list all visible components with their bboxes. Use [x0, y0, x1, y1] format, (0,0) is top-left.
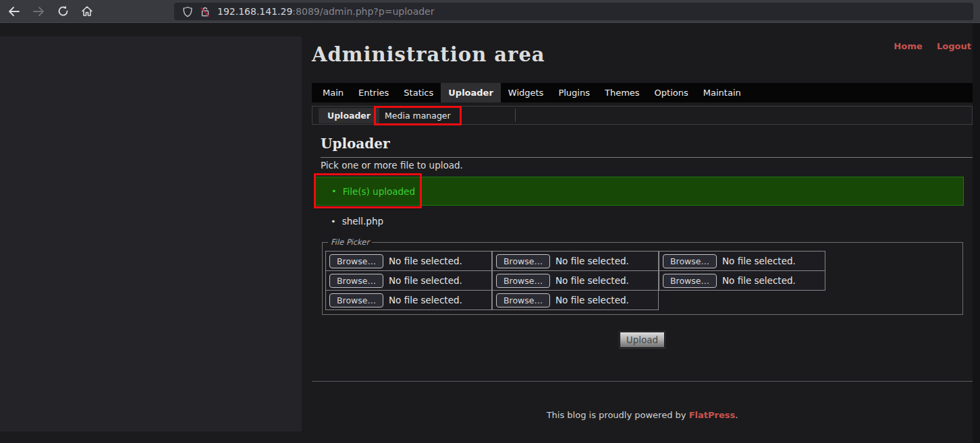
tab-media-manager[interactable]: Media manager: [376, 108, 460, 123]
back-icon: [8, 6, 20, 17]
no-file-label: No file selected.: [555, 275, 629, 286]
nav-item-widgets[interactable]: Widgets: [501, 83, 551, 102]
upload-button-row: Upload: [312, 332, 973, 348]
browse-button[interactable]: Browse…: [496, 293, 550, 307]
forward-icon: [32, 6, 45, 17]
url-host: 192.168.141.29: [217, 6, 292, 17]
home-link[interactable]: Home: [894, 41, 922, 51]
flatpress-link[interactable]: FlatPress: [689, 410, 736, 420]
home-button[interactable]: [77, 2, 97, 21]
tab-uploader[interactable]: Uploader: [319, 108, 379, 123]
sub-nav: Uploader Media manager: [312, 106, 973, 125]
no-file-label: No file selected.: [555, 295, 629, 305]
bullet-icon: •: [331, 216, 336, 227]
no-file-label: No file selected.: [722, 256, 796, 266]
uploaded-file-name: shell.php: [342, 216, 383, 227]
nav-item-entries[interactable]: Entries: [351, 83, 396, 102]
file-input[interactable]: Browse… No file selected.: [659, 270, 825, 291]
file-picker-legend: File Picker: [328, 237, 372, 247]
admin-page: Administration area Home Logout Main Ent…: [312, 23, 973, 443]
browser-toolbar: 192.168.141.29:8089/admin.php?p=uploader: [0, 0, 980, 23]
user-links: Home Logout: [882, 41, 971, 51]
nav-item-statics[interactable]: Statics: [396, 83, 441, 102]
main-nav: Main Entries Statics Uploader Widgets Pl…: [312, 83, 973, 102]
file-input[interactable]: Browse… No file selected.: [492, 251, 659, 271]
no-file-label: No file selected.: [389, 275, 462, 286]
shield-icon[interactable]: [182, 6, 193, 18]
file-picker-column: Browse… No file selected. Browse… No fil…: [659, 251, 825, 310]
page-title: Administration area: [312, 43, 545, 66]
nav-item-main[interactable]: Main: [315, 83, 351, 102]
browse-button[interactable]: Browse…: [496, 274, 550, 288]
back-button[interactable]: [4, 2, 24, 21]
insecure-lock-icon[interactable]: [200, 6, 211, 18]
bullet-icon: •: [331, 186, 337, 196]
file-input[interactable]: Browse… No file selected.: [325, 251, 492, 271]
success-message-text: File(s) uploaded: [343, 186, 415, 197]
file-input[interactable]: Browse… No file selected.: [325, 270, 492, 291]
home-icon: [81, 5, 93, 17]
no-file-label: No file selected.: [722, 275, 796, 286]
file-picker-column: Browse… No file selected. Browse… No fil…: [492, 251, 659, 310]
footer-period: .: [735, 410, 738, 420]
annotation-box-media-manager: Media manager: [374, 106, 462, 125]
browse-button[interactable]: Browse…: [329, 254, 383, 268]
browse-button[interactable]: Browse…: [329, 293, 383, 307]
success-message: • File(s) uploaded: [316, 186, 415, 197]
left-sidebar-panel: [0, 36, 302, 432]
browse-button[interactable]: Browse…: [663, 274, 717, 288]
nav-item-themes[interactable]: Themes: [597, 83, 647, 102]
logout-link[interactable]: Logout: [937, 41, 971, 51]
url-bar[interactable]: 192.168.141.29:8089/admin.php?p=uploader: [174, 3, 973, 20]
file-picker-fieldset: File Picker Browse… No file selected. Br…: [322, 237, 963, 315]
browse-button[interactable]: Browse…: [663, 254, 717, 268]
file-input[interactable]: Browse… No file selected.: [325, 290, 492, 310]
file-input[interactable]: Browse… No file selected.: [492, 270, 659, 291]
scrollbar[interactable]: [973, 24, 980, 443]
no-file-label: No file selected.: [555, 256, 629, 266]
upload-button[interactable]: Upload: [620, 332, 665, 348]
nav-item-options[interactable]: Options: [647, 83, 696, 102]
nav-item-plugins[interactable]: Plugins: [551, 83, 597, 102]
url-path: :8089/admin.php?p=uploader: [292, 6, 434, 17]
forward-button[interactable]: [28, 2, 49, 21]
footer-text: This blog is proudly powered by: [547, 410, 689, 420]
file-picker-column: Browse… No file selected. Browse… No fil…: [325, 251, 492, 310]
uploader-description: Pick one or more file to upload.: [321, 160, 463, 171]
browse-button[interactable]: Browse…: [496, 254, 550, 268]
footer-divider: [312, 381, 973, 382]
nav-item-uploader[interactable]: Uploader: [441, 83, 501, 102]
browse-button[interactable]: Browse…: [329, 274, 383, 288]
uploader-heading: Uploader: [321, 136, 973, 158]
reload-button[interactable]: [53, 2, 73, 21]
reload-icon: [57, 5, 69, 17]
uploaded-file-item: • shell.php: [331, 216, 383, 227]
no-file-label: No file selected.: [389, 256, 462, 266]
success-message-bar: • File(s) uploaded: [315, 177, 964, 206]
footer: This blog is proudly powered by FlatPres…: [312, 410, 973, 420]
file-input[interactable]: Browse… No file selected.: [492, 290, 659, 310]
subnav-separator: [515, 109, 516, 122]
file-input[interactable]: Browse… No file selected.: [659, 251, 825, 271]
no-file-label: No file selected.: [389, 295, 462, 305]
nav-item-maintain[interactable]: Maintain: [696, 83, 748, 102]
url-text: 192.168.141.29:8089/admin.php?p=uploader: [217, 6, 434, 17]
